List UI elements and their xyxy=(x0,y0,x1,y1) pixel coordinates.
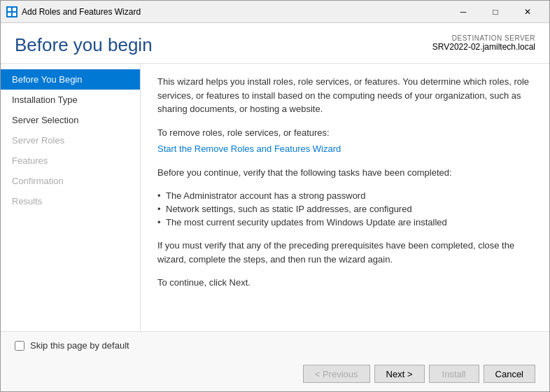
maximize-button[interactable]: □ xyxy=(479,1,512,23)
window-title: Add Roles and Features Wizard xyxy=(22,7,447,17)
main-content: This wizard helps you install roles, rol… xyxy=(141,64,549,331)
list-item: Network settings, such as static IP addr… xyxy=(157,202,533,216)
button-bar: < Previous Next > Install Cancel xyxy=(15,359,535,383)
destination-label: DESTINATION SERVER xyxy=(432,34,535,42)
svg-rect-1 xyxy=(13,8,16,11)
prerequisites-list: The Administrator account has a strong p… xyxy=(157,189,533,229)
intro-paragraph: This wizard helps you install roles, rol… xyxy=(157,75,533,116)
skip-checkbox-label[interactable]: Skip this page by default xyxy=(30,340,129,351)
sidebar-item-confirmation: Confirmation xyxy=(1,171,140,191)
content-area: Before you begin DESTINATION SERVER SRV2… xyxy=(1,23,549,391)
destination-server-info: DESTINATION SERVER SRV2022-02.jamiltech.… xyxy=(432,34,535,52)
previous-button[interactable]: < Previous xyxy=(303,365,370,383)
list-item: The Administrator account has a strong p… xyxy=(157,189,533,202)
sidebar-item-results: Results xyxy=(1,191,140,211)
sidebar-item-server-roles: Server Roles xyxy=(1,130,140,150)
footer-area: Skip this page by default < Previous Nex… xyxy=(1,331,549,391)
sidebar-item-before-you-begin[interactable]: Before You Begin xyxy=(1,69,140,90)
list-item: The most current security updates from W… xyxy=(157,216,533,229)
sidebar-item-features: Features xyxy=(1,150,140,171)
svg-rect-2 xyxy=(8,13,11,16)
sidebar-item-installation-type[interactable]: Installation Type xyxy=(1,90,140,110)
sidebar: Before You Begin Installation Type Serve… xyxy=(1,64,141,331)
server-name: SRV2022-02.jamiltech.local xyxy=(432,42,535,52)
sidebar-item-server-selection[interactable]: Server Selection xyxy=(1,110,140,130)
verify-paragraph: If you must verify that any of the prece… xyxy=(157,239,533,266)
main-window: Add Roles and Features Wizard ─ □ ✕ Befo… xyxy=(0,0,550,392)
skip-checkbox[interactable] xyxy=(15,341,24,351)
close-button[interactable]: ✕ xyxy=(512,1,544,23)
continue-paragraph: To continue, click Next. xyxy=(157,276,533,290)
header-section: Before you begin DESTINATION SERVER SRV2… xyxy=(1,23,549,64)
page-title: Before you begin xyxy=(15,34,153,56)
svg-rect-0 xyxy=(8,8,11,11)
install-button[interactable]: Install xyxy=(429,365,479,383)
window-controls: ─ □ ✕ xyxy=(447,1,544,23)
verify-label: Before you continue, verify that the fol… xyxy=(157,166,533,180)
app-icon xyxy=(6,6,17,18)
skip-checkbox-area: Skip this page by default xyxy=(15,340,535,351)
cancel-button[interactable]: Cancel xyxy=(484,365,535,383)
remove-label: To remove roles, role services, or featu… xyxy=(157,126,533,140)
minimize-button[interactable]: ─ xyxy=(447,1,479,23)
title-bar: Add Roles and Features Wizard ─ □ ✕ xyxy=(1,1,549,23)
remove-link[interactable]: Start the Remove Roles and Features Wiza… xyxy=(157,144,341,154)
next-button[interactable]: Next > xyxy=(374,365,425,383)
main-area: Before You Begin Installation Type Serve… xyxy=(1,64,549,331)
svg-rect-3 xyxy=(13,13,16,16)
